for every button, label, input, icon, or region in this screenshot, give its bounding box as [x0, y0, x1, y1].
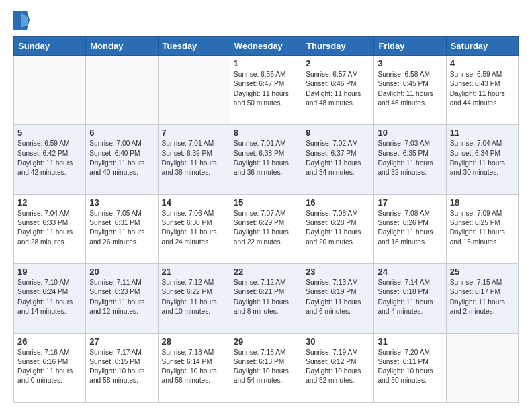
day-number: 13 [89, 197, 154, 208]
calendar-cell [86, 56, 158, 125]
calendar-cell: 11Sunrise: 7:04 AM Sunset: 6:34 PM Dayli… [446, 125, 518, 194]
day-info: Sunrise: 6:59 AM Sunset: 6:42 PM Dayligh… [17, 139, 82, 177]
calendar-week-row: 5Sunrise: 6:59 AM Sunset: 6:42 PM Daylig… [14, 125, 519, 194]
day-number: 29 [234, 336, 298, 347]
page: SundayMondayTuesdayWednesdayThursdayFrid… [0, 0, 532, 411]
weekday-header: Tuesday [158, 37, 230, 56]
day-number: 8 [234, 128, 298, 138]
day-number: 22 [234, 267, 298, 277]
day-info: Sunrise: 7:03 AM Sunset: 6:35 PM Dayligh… [378, 139, 442, 177]
header [13, 11, 519, 30]
calendar-cell: 16Sunrise: 7:08 AM Sunset: 6:28 PM Dayli… [302, 194, 374, 263]
day-number: 5 [17, 128, 82, 138]
day-info: Sunrise: 6:58 AM Sunset: 6:45 PM Dayligh… [378, 70, 442, 108]
calendar-cell: 26Sunrise: 7:16 AM Sunset: 6:16 PM Dayli… [14, 333, 86, 402]
calendar-cell: 10Sunrise: 7:03 AM Sunset: 6:35 PM Dayli… [374, 125, 446, 194]
day-number: 28 [162, 336, 226, 347]
day-info: Sunrise: 7:02 AM Sunset: 6:37 PM Dayligh… [306, 139, 370, 177]
calendar-cell: 1Sunrise: 6:56 AM Sunset: 6:47 PM Daylig… [230, 56, 302, 125]
day-number: 11 [450, 128, 515, 138]
day-number: 31 [378, 336, 442, 347]
weekday-header: Thursday [302, 37, 374, 56]
calendar-cell: 31Sunrise: 7:20 AM Sunset: 6:11 PM Dayli… [374, 333, 446, 402]
calendar-cell: 22Sunrise: 7:12 AM Sunset: 6:21 PM Dayli… [230, 264, 302, 333]
day-info: Sunrise: 6:59 AM Sunset: 6:43 PM Dayligh… [450, 70, 515, 108]
day-info: Sunrise: 7:20 AM Sunset: 6:11 PM Dayligh… [378, 348, 442, 386]
day-info: Sunrise: 7:18 AM Sunset: 6:14 PM Dayligh… [162, 348, 226, 386]
calendar-week-row: 1Sunrise: 6:56 AM Sunset: 6:47 PM Daylig… [14, 56, 519, 125]
day-info: Sunrise: 7:17 AM Sunset: 6:15 PM Dayligh… [89, 348, 154, 386]
day-info: Sunrise: 7:16 AM Sunset: 6:16 PM Dayligh… [17, 348, 82, 386]
calendar-cell: 3Sunrise: 6:58 AM Sunset: 6:45 PM Daylig… [374, 56, 446, 125]
day-info: Sunrise: 7:01 AM Sunset: 6:39 PM Dayligh… [162, 139, 226, 177]
day-number: 18 [450, 197, 515, 208]
calendar-cell: 4Sunrise: 6:59 AM Sunset: 6:43 PM Daylig… [446, 56, 518, 125]
day-info: Sunrise: 7:04 AM Sunset: 6:33 PM Dayligh… [17, 209, 82, 247]
calendar-cell: 2Sunrise: 6:57 AM Sunset: 6:46 PM Daylig… [302, 56, 374, 125]
weekday-header: Monday [86, 37, 158, 56]
weekday-header: Friday [374, 37, 446, 56]
day-number: 9 [306, 128, 370, 138]
calendar-cell: 7Sunrise: 7:01 AM Sunset: 6:39 PM Daylig… [158, 125, 230, 194]
day-info: Sunrise: 7:12 AM Sunset: 6:22 PM Dayligh… [162, 278, 226, 316]
calendar-week-row: 12Sunrise: 7:04 AM Sunset: 6:33 PM Dayli… [14, 194, 519, 263]
calendar-cell: 9Sunrise: 7:02 AM Sunset: 6:37 PM Daylig… [302, 125, 374, 194]
weekday-header: Sunday [14, 37, 86, 56]
day-info: Sunrise: 7:09 AM Sunset: 6:25 PM Dayligh… [450, 209, 515, 247]
weekday-header: Saturday [446, 37, 518, 56]
calendar-cell: 17Sunrise: 7:08 AM Sunset: 6:26 PM Dayli… [374, 194, 446, 263]
calendar-cell: 29Sunrise: 7:18 AM Sunset: 6:13 PM Dayli… [230, 333, 302, 402]
calendar-cell: 21Sunrise: 7:12 AM Sunset: 6:22 PM Dayli… [158, 264, 230, 333]
day-info: Sunrise: 7:04 AM Sunset: 6:34 PM Dayligh… [450, 139, 515, 177]
day-info: Sunrise: 7:08 AM Sunset: 6:26 PM Dayligh… [378, 209, 442, 247]
day-number: 3 [378, 58, 442, 68]
weekday-header: Wednesday [230, 37, 302, 56]
day-info: Sunrise: 7:13 AM Sunset: 6:19 PM Dayligh… [306, 278, 370, 316]
calendar-cell [158, 56, 230, 125]
calendar-table: SundayMondayTuesdayWednesdayThursdayFrid… [13, 36, 519, 403]
day-info: Sunrise: 6:56 AM Sunset: 6:47 PM Dayligh… [234, 70, 298, 108]
day-number: 23 [306, 267, 370, 277]
day-number: 19 [17, 267, 82, 277]
day-info: Sunrise: 7:19 AM Sunset: 6:12 PM Dayligh… [306, 348, 370, 386]
day-number: 4 [450, 58, 515, 68]
day-info: Sunrise: 7:12 AM Sunset: 6:21 PM Dayligh… [234, 278, 298, 316]
day-number: 21 [162, 267, 226, 277]
day-info: Sunrise: 7:06 AM Sunset: 6:30 PM Dayligh… [162, 209, 226, 247]
calendar-cell: 27Sunrise: 7:17 AM Sunset: 6:15 PM Dayli… [86, 333, 158, 402]
calendar-cell [446, 333, 518, 402]
day-number: 30 [306, 336, 370, 347]
day-number: 16 [306, 197, 370, 208]
day-info: Sunrise: 7:18 AM Sunset: 6:13 PM Dayligh… [234, 348, 298, 386]
day-info: Sunrise: 7:08 AM Sunset: 6:28 PM Dayligh… [306, 209, 370, 247]
calendar-cell: 5Sunrise: 6:59 AM Sunset: 6:42 PM Daylig… [14, 125, 86, 194]
calendar-cell: 23Sunrise: 7:13 AM Sunset: 6:19 PM Dayli… [302, 264, 374, 333]
calendar-cell: 13Sunrise: 7:05 AM Sunset: 6:31 PM Dayli… [86, 194, 158, 263]
calendar-cell: 28Sunrise: 7:18 AM Sunset: 6:14 PM Dayli… [158, 333, 230, 402]
calendar-week-row: 26Sunrise: 7:16 AM Sunset: 6:16 PM Dayli… [14, 333, 519, 402]
calendar-cell: 14Sunrise: 7:06 AM Sunset: 6:30 PM Dayli… [158, 194, 230, 263]
calendar-cell: 15Sunrise: 7:07 AM Sunset: 6:29 PM Dayli… [230, 194, 302, 263]
calendar-cell: 19Sunrise: 7:10 AM Sunset: 6:24 PM Dayli… [14, 264, 86, 333]
calendar-cell: 24Sunrise: 7:14 AM Sunset: 6:18 PM Dayli… [374, 264, 446, 333]
logo-icon [13, 11, 30, 30]
calendar-cell: 6Sunrise: 7:00 AM Sunset: 6:40 PM Daylig… [86, 125, 158, 194]
day-number: 14 [162, 197, 226, 208]
day-number: 7 [162, 128, 226, 138]
day-info: Sunrise: 7:11 AM Sunset: 6:23 PM Dayligh… [89, 278, 154, 316]
day-info: Sunrise: 7:14 AM Sunset: 6:18 PM Dayligh… [378, 278, 442, 316]
day-number: 1 [234, 58, 298, 68]
calendar-cell: 30Sunrise: 7:19 AM Sunset: 6:12 PM Dayli… [302, 333, 374, 402]
day-number: 20 [89, 267, 154, 277]
day-number: 17 [378, 197, 442, 208]
calendar-week-row: 19Sunrise: 7:10 AM Sunset: 6:24 PM Dayli… [14, 264, 519, 333]
day-number: 25 [450, 267, 515, 277]
calendar-cell [14, 56, 86, 125]
weekday-header-row: SundayMondayTuesdayWednesdayThursdayFrid… [14, 37, 519, 56]
day-number: 6 [89, 128, 154, 138]
calendar-cell: 18Sunrise: 7:09 AM Sunset: 6:25 PM Dayli… [446, 194, 518, 263]
logo [13, 11, 31, 30]
day-number: 15 [234, 197, 298, 208]
day-info: Sunrise: 7:01 AM Sunset: 6:38 PM Dayligh… [234, 139, 298, 177]
day-number: 26 [17, 336, 82, 347]
